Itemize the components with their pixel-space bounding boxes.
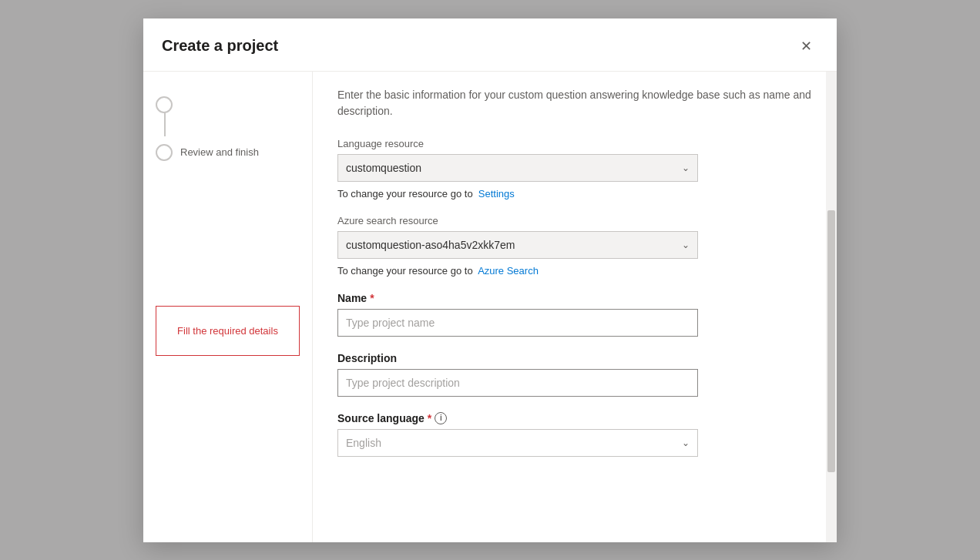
modal-body: Review and finish Fill the required deta…	[143, 72, 837, 542]
name-required-star: *	[370, 292, 374, 304]
step-2-label: Review and finish	[180, 146, 259, 158]
azure-search-label: Azure search resource	[337, 215, 812, 226]
source-language-info-icon[interactable]: i	[435, 412, 447, 424]
language-resource-chevron-icon: ⌄	[682, 163, 690, 173]
step-1-circle	[156, 96, 173, 113]
step-2-circle	[156, 144, 173, 161]
name-field-label: Name *	[337, 292, 812, 304]
close-button[interactable]: ✕	[794, 34, 818, 59]
name-input[interactable]	[337, 309, 698, 337]
language-resource-helper: To change your resource go to Settings	[337, 188, 812, 200]
sidebar: Review and finish Fill the required deta…	[143, 72, 313, 542]
outer-scrollbar-thumb[interactable]	[827, 210, 835, 472]
description-input[interactable]	[337, 369, 698, 397]
azure-search-link[interactable]: Azure Search	[478, 265, 539, 277]
intro-text: Enter the basic information for your cus…	[337, 84, 812, 119]
modal-header: Create a project ✕	[143, 18, 837, 72]
step-connector	[164, 112, 166, 136]
error-message: Fill the required details	[177, 325, 278, 337]
step-1	[156, 90, 300, 119]
language-resource-dropdown[interactable]: customquestion ⌄	[337, 154, 698, 182]
description-field-label: Description	[337, 352, 812, 364]
step-review: Review and finish	[156, 138, 300, 167]
form-area: Enter the basic information for your cus…	[313, 72, 837, 475]
source-language-label: Source language * i	[337, 412, 812, 424]
main-content: Enter the basic information for your cus…	[313, 72, 837, 542]
azure-search-helper: To change your resource go to Azure Sear…	[337, 265, 812, 277]
language-resource-label: Language resource	[337, 138, 812, 149]
azure-search-chevron-icon: ⌄	[682, 240, 690, 250]
outer-scrollbar-track[interactable]	[826, 72, 837, 542]
modal-title: Create a project	[162, 37, 278, 55]
error-box: Fill the required details	[156, 306, 300, 356]
language-resource-value: customquestion	[346, 162, 421, 174]
source-language-select[interactable]: English ⌄	[337, 429, 698, 457]
source-language-value: English	[346, 437, 381, 449]
create-project-modal: Create a project ✕ Review and finish Fil…	[143, 18, 837, 542]
settings-link[interactable]: Settings	[478, 188, 515, 200]
source-language-required-star: *	[428, 412, 431, 424]
close-icon: ✕	[800, 38, 812, 55]
source-language-chevron-icon: ⌄	[682, 438, 690, 448]
azure-search-value: customquestion-aso4ha5v2xkk7em	[346, 239, 515, 251]
azure-search-dropdown[interactable]: customquestion-aso4ha5v2xkk7em ⌄	[337, 231, 698, 259]
